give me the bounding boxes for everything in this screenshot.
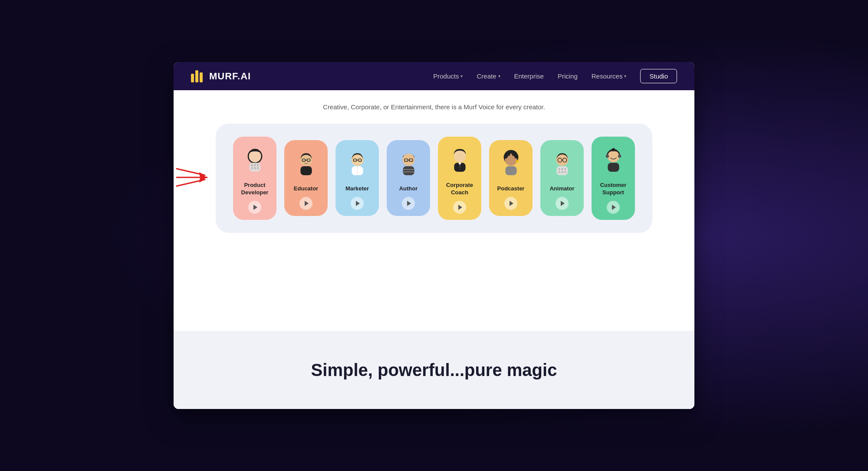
personas-container: Product Developer bbox=[216, 124, 652, 233]
play-button-customer-support[interactable] bbox=[607, 201, 620, 214]
persona-name-corporate-coach: Corporate Coach bbox=[443, 182, 476, 196]
play-button-author[interactable] bbox=[402, 197, 415, 210]
nav-links: Products ▾ Create ▾ Enterprise Pricing R… bbox=[433, 69, 677, 83]
chevron-down-icon: ▾ bbox=[498, 74, 500, 78]
play-icon bbox=[612, 205, 616, 210]
svg-point-16 bbox=[254, 167, 256, 169]
svg-point-44 bbox=[516, 160, 518, 163]
svg-point-15 bbox=[251, 167, 253, 169]
play-icon bbox=[561, 201, 565, 206]
persona-card-animator[interactable]: Animator bbox=[540, 140, 584, 216]
svg-point-36 bbox=[454, 150, 466, 162]
persona-name-podcaster: Podcaster bbox=[497, 185, 525, 193]
svg-point-52 bbox=[561, 168, 563, 170]
persona-card-marketer[interactable]: Marketer bbox=[335, 140, 379, 216]
persona-card-corporate-coach[interactable]: Corporate Coach bbox=[438, 137, 481, 220]
persona-name-animator: Animator bbox=[549, 185, 574, 193]
svg-point-59 bbox=[605, 154, 609, 158]
svg-rect-45 bbox=[505, 166, 516, 175]
persona-avatar-customer-support bbox=[596, 144, 631, 178]
svg-rect-22 bbox=[300, 166, 312, 175]
persona-name-author: Author bbox=[399, 185, 418, 193]
navbar: MURF.AI Products ▾ Create ▾ Enterprise P… bbox=[174, 62, 694, 90]
persona-name-product-developer: Product Developer bbox=[238, 182, 271, 196]
persona-card-customer-support[interactable]: Customer Support bbox=[592, 137, 635, 220]
persona-name-educator: Educator bbox=[294, 185, 318, 193]
browser-window: MURF.AI Products ▾ Create ▾ Enterprise P… bbox=[174, 62, 694, 409]
play-icon bbox=[253, 205, 257, 210]
play-button-product-developer[interactable] bbox=[248, 201, 261, 214]
play-button-podcaster[interactable] bbox=[504, 197, 517, 210]
svg-rect-61 bbox=[608, 163, 619, 172]
studio-button[interactable]: Studio bbox=[640, 69, 677, 83]
main-content: Creative, Corporate, or Entertainment, t… bbox=[174, 90, 694, 409]
persona-card-podcaster[interactable]: Podcaster bbox=[489, 140, 533, 216]
logo[interactable]: MURF.AI bbox=[191, 70, 251, 82]
persona-name-marketer: Marketer bbox=[345, 185, 369, 193]
chevron-down-icon: ▾ bbox=[624, 74, 626, 78]
persona-avatar-marketer bbox=[340, 147, 375, 182]
play-icon bbox=[510, 201, 513, 206]
svg-point-55 bbox=[561, 171, 563, 173]
persona-avatar-author bbox=[391, 147, 426, 182]
svg-point-14 bbox=[257, 164, 259, 166]
svg-point-54 bbox=[559, 171, 560, 173]
persona-avatar-product-developer bbox=[237, 144, 272, 178]
svg-rect-0 bbox=[191, 74, 194, 82]
persona-avatar-corporate-coach bbox=[442, 144, 477, 178]
persona-avatar-animator bbox=[545, 147, 579, 182]
svg-rect-33 bbox=[403, 166, 414, 175]
svg-rect-1 bbox=[195, 70, 198, 82]
play-icon bbox=[458, 205, 462, 210]
persona-card-author[interactable]: Author bbox=[387, 140, 430, 216]
bottom-headline: Simple, powerful...pure magic bbox=[311, 360, 557, 380]
nav-pricing[interactable]: Pricing bbox=[558, 72, 578, 80]
play-icon bbox=[305, 201, 309, 206]
persona-card-educator[interactable]: Educator bbox=[284, 140, 328, 216]
svg-rect-2 bbox=[200, 72, 203, 82]
svg-point-60 bbox=[618, 154, 621, 158]
logo-text: MURF.AI bbox=[209, 71, 251, 82]
nav-create[interactable]: Create ▾ bbox=[477, 72, 500, 80]
persona-card-product-developer[interactable]: Product Developer bbox=[233, 137, 276, 220]
svg-point-12 bbox=[251, 164, 253, 166]
persona-name-customer-support: Customer Support bbox=[597, 182, 630, 196]
bottom-section: Simple, powerful...pure magic bbox=[174, 331, 694, 409]
play-icon bbox=[356, 201, 360, 206]
play-icon bbox=[407, 201, 411, 206]
svg-point-51 bbox=[559, 168, 560, 170]
arrow-annotation bbox=[174, 156, 220, 201]
play-button-corporate-coach[interactable] bbox=[453, 201, 466, 214]
subtitle-text: Creative, Corporate, or Entertainment, t… bbox=[323, 103, 545, 111]
svg-point-42 bbox=[506, 152, 510, 156]
nav-enterprise[interactable]: Enterprise bbox=[514, 72, 544, 80]
svg-rect-50 bbox=[556, 166, 568, 175]
nav-resources[interactable]: Resources ▾ bbox=[592, 72, 627, 80]
svg-point-17 bbox=[257, 167, 259, 169]
persona-avatar-educator bbox=[289, 147, 323, 182]
svg-point-13 bbox=[254, 164, 256, 166]
svg-point-56 bbox=[564, 171, 566, 173]
play-button-marketer[interactable] bbox=[351, 197, 364, 210]
svg-point-53 bbox=[564, 168, 566, 170]
play-button-educator[interactable] bbox=[299, 197, 312, 210]
logo-icon bbox=[191, 70, 205, 82]
chevron-down-icon: ▾ bbox=[460, 74, 463, 78]
nav-products[interactable]: Products ▾ bbox=[433, 72, 463, 80]
play-button-animator[interactable] bbox=[556, 197, 569, 210]
persona-avatar-podcaster bbox=[493, 147, 528, 182]
svg-point-43 bbox=[512, 152, 516, 156]
